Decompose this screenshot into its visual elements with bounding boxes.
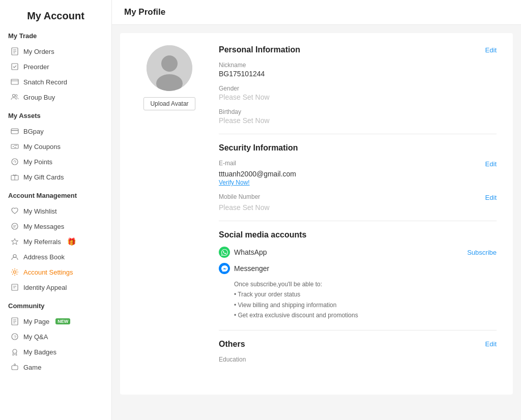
sidebar-item-identity-appeal[interactable]: Identity Appeal — [8, 280, 103, 295]
social-media-title: Social media accounts — [219, 230, 307, 239]
messenger-name: Messenger — [234, 264, 497, 273]
sidebar-section-my-assets: My Assets — [8, 112, 103, 119]
my-badges-label: My Badges — [23, 348, 56, 356]
my-messages-label: My Messages — [23, 223, 64, 230]
email-field: E-mail Edit tttuanh2000@gmail.com Verify… — [219, 160, 497, 186]
address-book-icon — [10, 252, 19, 261]
badges-icon — [10, 347, 19, 356]
my-points-label: My Points — [23, 158, 52, 166]
mobile-header: Mobile Number Edit — [219, 193, 497, 201]
sidebar-item-group-buy[interactable]: Group Buy — [8, 89, 103, 105]
sidebar: My Account My Trade My Orders Preorder S… — [0, 0, 112, 420]
sidebar-item-account-settings[interactable]: Account Settings — [8, 264, 103, 280]
sidebar-item-my-qa[interactable]: ? My Q&A — [8, 329, 103, 344]
gender-value: Please Set Now — [219, 93, 497, 101]
avatar-section: Upload Avatar — [136, 45, 202, 110]
sidebar-item-my-referrals[interactable]: My Referrals 🎁 — [8, 234, 103, 249]
svg-point-8 — [15, 95, 17, 97]
social-media-header: Social media accounts — [219, 230, 497, 239]
birthday-label: Birthday — [219, 108, 497, 115]
nickname-field: Nickname BG175101244 — [219, 62, 497, 78]
svg-rect-34 — [12, 366, 18, 370]
svg-text:?: ? — [14, 335, 16, 340]
page-header: My Profile — [112, 0, 521, 25]
orders-icon — [10, 47, 19, 56]
gift-cards-label: My Gift Cards — [23, 173, 64, 181]
upload-avatar-button[interactable]: Upload Avatar — [143, 97, 195, 110]
sidebar-item-bgpay[interactable]: BGpay — [8, 124, 103, 139]
my-qa-label: My Q&A — [23, 333, 48, 341]
messenger-social-item: Messenger — [219, 263, 497, 274]
referrals-badge: 🎁 — [67, 237, 76, 246]
address-book-label: Address Book — [23, 253, 65, 261]
sidebar-item-my-messages[interactable]: My Messages — [8, 219, 103, 234]
birthday-field: Birthday Please Set Now — [219, 108, 497, 125]
personal-info-edit-link[interactable]: Edit — [485, 46, 497, 54]
info-section: Personal Information Edit Nickname BG175… — [219, 45, 497, 370]
divider-1 — [219, 134, 497, 134]
sidebar-item-my-coupons[interactable]: My Coupons — [8, 139, 103, 154]
security-info-header: Security Information — [219, 143, 497, 153]
referrals-icon — [10, 237, 19, 246]
svg-point-15 — [12, 159, 18, 165]
sidebar-item-my-page[interactable]: My Page NEW — [8, 314, 103, 329]
mobile-value: Please Set Now — [219, 203, 497, 212]
whatsapp-social-item: WhatsApp Subscribe — [219, 247, 497, 258]
my-coupons-label: My Coupons — [23, 143, 61, 151]
game-label: Game — [23, 364, 41, 371]
divider-3 — [219, 330, 497, 331]
svg-rect-24 — [12, 284, 18, 290]
others-edit-link[interactable]: Edit — [485, 340, 497, 348]
my-page-icon — [10, 317, 19, 326]
svg-point-23 — [14, 271, 16, 274]
sidebar-section-my-trade: My Trade — [8, 32, 103, 40]
page-title: My Profile — [124, 7, 165, 17]
sidebar-item-my-points[interactable]: My Points — [8, 154, 103, 169]
identity-appeal-icon — [10, 283, 19, 292]
my-orders-label: My Orders — [23, 48, 54, 55]
svg-point-7 — [13, 95, 15, 97]
svg-point-35 — [14, 364, 16, 366]
sidebar-item-my-orders[interactable]: My Orders — [8, 44, 103, 59]
personal-info-title: Personal Information — [219, 45, 300, 54]
bgpay-label: BGpay — [23, 128, 44, 135]
sidebar-item-my-wishlist[interactable]: My Wishlist — [8, 203, 103, 219]
identity-appeal-label: Identity Appeal — [23, 284, 67, 291]
email-value: tttuanh2000@gmail.com — [219, 170, 497, 178]
preorder-icon — [10, 62, 19, 71]
profile-top: Upload Avatar Personal Information Edit … — [136, 45, 497, 370]
sidebar-item-address-book[interactable]: Address Book — [8, 249, 103, 264]
svg-point-18 — [12, 223, 18, 229]
birthday-value: Please Set Now — [219, 116, 497, 125]
email-label: E-mail — [219, 160, 236, 167]
sidebar-item-my-badges[interactable]: My Badges — [8, 344, 103, 359]
mobile-edit-link[interactable]: Edit — [485, 194, 497, 201]
email-edit-link[interactable]: Edit — [485, 160, 497, 168]
education-label: Education — [219, 356, 497, 363]
gender-field: Gender Please Set Now — [219, 85, 497, 101]
sidebar-section-community: Community — [8, 302, 103, 310]
svg-rect-4 — [12, 64, 18, 70]
bgpay-icon — [10, 127, 19, 136]
qa-icon: ? — [10, 332, 19, 341]
account-settings-label: Account Settings — [23, 268, 73, 276]
sidebar-item-gift-cards[interactable]: My Gift Cards — [8, 169, 103, 185]
sidebar-item-snatch-record[interactable]: Snatch Record — [8, 74, 103, 89]
sidebar-item-preorder[interactable]: Preorder — [8, 59, 103, 74]
profile-content: Upload Avatar Personal Information Edit … — [120, 33, 513, 395]
wishlist-icon — [10, 206, 19, 216]
svg-rect-9 — [11, 129, 18, 134]
nickname-label: Nickname — [219, 62, 497, 69]
others-header: Others Edit — [219, 340, 497, 349]
whatsapp-subscribe-link[interactable]: Subscribe — [467, 249, 497, 256]
sidebar-title: My Account — [8, 10, 103, 22]
verify-now-link[interactable]: Verify Now! — [219, 179, 497, 186]
education-field: Education — [219, 356, 497, 363]
sidebar-item-game[interactable]: Game — [8, 359, 103, 375]
gift-cards-icon — [10, 172, 19, 182]
messenger-icon — [219, 263, 230, 274]
new-badge: NEW — [55, 318, 70, 324]
messages-icon — [10, 222, 19, 231]
preorder-label: Preorder — [23, 63, 49, 71]
others-title: Others — [219, 340, 245, 349]
